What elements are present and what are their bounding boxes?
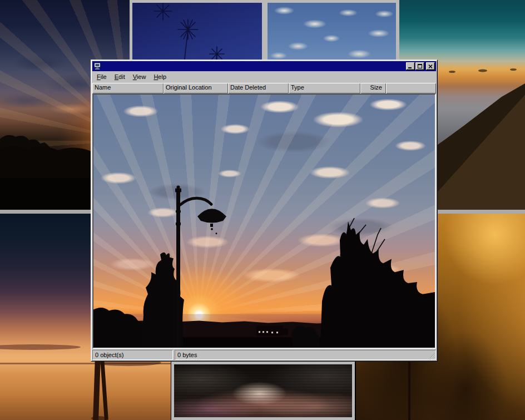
status-object-count: 0 object(s): [92, 350, 173, 360]
dried-flower-silhouette: [132, 3, 262, 61]
desktop: { "desktop": { "tiles": [ {"name": "suns…: [0, 0, 525, 420]
close-icon: [428, 65, 433, 68]
minimize-icon: [408, 67, 412, 68]
sunset-photo-silhouettes: [93, 95, 435, 348]
column-header-type[interactable]: Type: [289, 83, 360, 93]
resize-grip[interactable]: [428, 352, 435, 359]
menu-file[interactable]: File: [93, 72, 111, 82]
list-view-area[interactable]: [92, 93, 436, 349]
status-size: 0 bytes: [175, 350, 436, 360]
background-photo-water-reflection: [171, 362, 355, 420]
menu-bar: File Edit View Help: [92, 71, 436, 83]
column-header-name[interactable]: Name: [92, 83, 164, 93]
recycle-bin-window: File Edit View Help Name Original Locati…: [91, 60, 438, 362]
background-photo-flower-silhouette: [130, 0, 265, 64]
minimize-button[interactable]: [406, 62, 415, 70]
background-photo-cloud-sky: [265, 0, 399, 64]
system-menu-computer-icon[interactable]: [93, 62, 101, 70]
column-header-date-deleted[interactable]: Date Deleted: [228, 83, 289, 93]
column-header-blank[interactable]: [386, 83, 436, 93]
window-background-photo: [93, 94, 435, 348]
menu-edit[interactable]: Edit: [111, 72, 129, 82]
column-header-size[interactable]: Size: [360, 83, 386, 93]
maximize-icon: [418, 64, 422, 68]
menu-help[interactable]: Help: [150, 72, 170, 82]
status-size-text: 0 bytes: [177, 352, 197, 358]
close-button[interactable]: [426, 62, 435, 70]
list-column-headers: Name Original Location Date Deleted Type…: [92, 83, 436, 93]
menu-view[interactable]: View: [129, 72, 150, 82]
status-bar: 0 object(s) 0 bytes: [92, 350, 436, 360]
column-header-original-location[interactable]: Original Location: [164, 83, 228, 93]
maximize-button[interactable]: [415, 62, 424, 70]
title-bar[interactable]: [92, 61, 436, 71]
